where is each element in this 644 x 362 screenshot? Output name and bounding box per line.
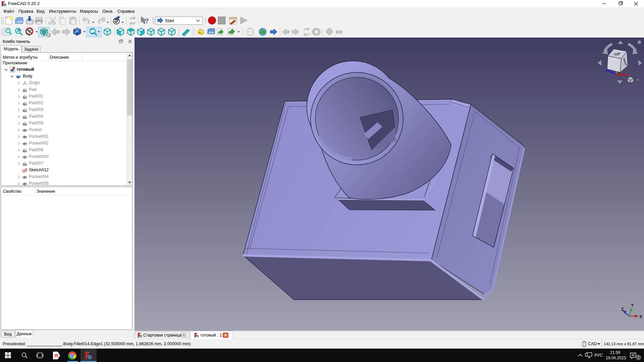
svg-text:?: ? [145,17,149,25]
svg-text:Z: Z [621,307,624,312]
svg-text:X: X [639,314,642,319]
svg-text:Start: Start [165,18,174,23]
svg-text:Y: Y [631,303,634,308]
svg-text:Я: Я [54,353,58,358]
